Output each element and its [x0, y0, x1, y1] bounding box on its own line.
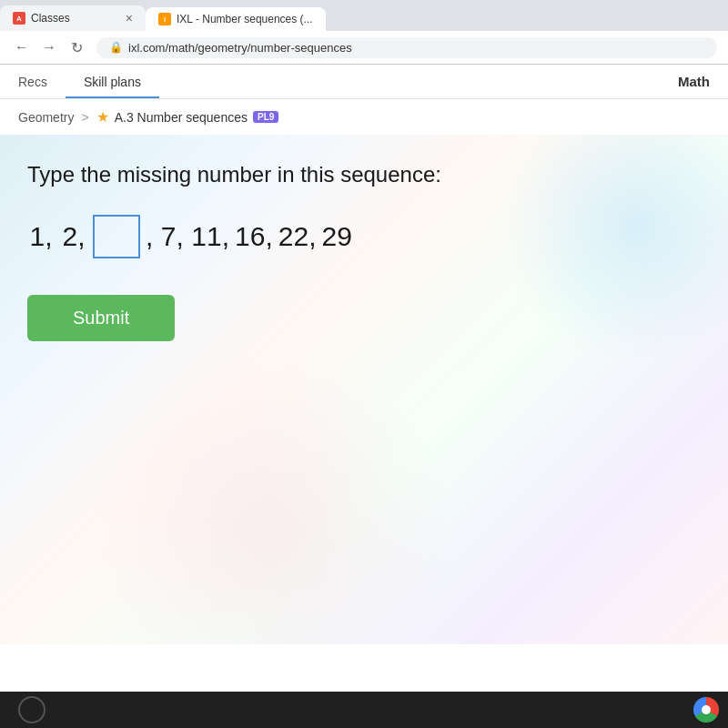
sequence-row: 1, 2, , 7, 11, 16, 22, 29 — [27, 215, 701, 258]
seq-num-29: 29 — [322, 221, 352, 252]
breadcrumb-current: ★ A.3 Number sequences PL9 — [96, 108, 279, 126]
main-content: Type the missing number in this sequence… — [0, 135, 728, 644]
seq-num-1: 1, — [27, 221, 55, 252]
ixl-favicon: I — [158, 13, 171, 25]
star-icon: ★ — [96, 108, 109, 126]
seq-num-16: 16, — [235, 221, 273, 252]
breadcrumb-geometry[interactable]: Geometry — [18, 110, 74, 125]
breadcrumb-chevron: > — [81, 110, 88, 125]
question-prompt: Type the missing number in this sequence… — [27, 162, 701, 187]
classes-tab-label: Classes — [31, 12, 70, 25]
breadcrumb: Geometry > ★ A.3 Number sequences PL9 — [0, 99, 728, 135]
back-button[interactable]: ← — [11, 36, 33, 58]
forward-button[interactable]: → — [38, 36, 60, 58]
url-text: ixl.com/math/geometry/number-sequences — [128, 41, 352, 55]
lesson-label: A.3 Number sequences — [115, 110, 248, 125]
refresh-button[interactable]: ↻ — [66, 36, 87, 58]
missing-number-input[interactable] — [95, 217, 138, 257]
tab-classes[interactable]: A Classes × — [0, 5, 146, 31]
classes-favicon: A — [13, 12, 25, 25]
chrome-icon — [693, 697, 719, 723]
submit-button[interactable]: Submit — [27, 295, 175, 341]
ixl-tab-label: IXL - Number sequences (... — [177, 13, 313, 25]
tab-ixl[interactable]: I IXL - Number sequences (... — [146, 7, 326, 31]
url-bar[interactable]: 🔒 ixl.com/math/geometry/number-sequences — [96, 37, 717, 58]
seq-num-22: 22, — [278, 221, 317, 252]
nav-skill-plans[interactable]: Skill plans — [66, 66, 159, 98]
address-bar: ← → ↻ 🔒 ixl.com/math/geometry/number-seq… — [0, 31, 728, 64]
seq-num-11: 11, — [191, 221, 229, 252]
seq-num-7: 7, — [158, 221, 186, 252]
seq-num-2: 2, — [60, 221, 87, 252]
lock-icon: 🔒 — [109, 41, 123, 54]
home-indicator[interactable] — [18, 696, 46, 723]
nav-math[interactable]: Math — [660, 65, 728, 98]
tab-close-icon[interactable]: × — [126, 11, 133, 25]
seq-comma-3: , — [146, 221, 153, 252]
nav-buttons: ← → ↻ — [11, 36, 87, 58]
seq-input-wrapper — [93, 215, 140, 258]
ixl-navigation: Recs Skill plans Math — [0, 65, 728, 99]
nav-recs[interactable]: Recs — [0, 66, 66, 98]
taskbar — [0, 692, 728, 728]
tab-bar: A Classes × I IXL - Number sequences (..… — [0, 0, 728, 31]
browser-chrome: A Classes × I IXL - Number sequences (..… — [0, 0, 728, 65]
pl-badge: PL9 — [253, 111, 278, 123]
